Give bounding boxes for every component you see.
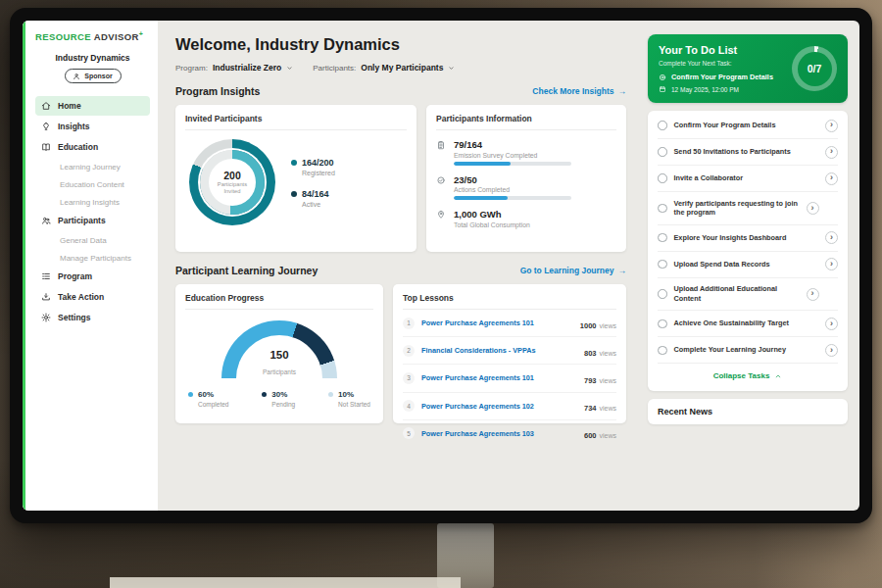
checkbox-icon[interactable] (658, 233, 667, 243)
collapse-label: Collapse Tasks (713, 371, 770, 380)
sponsor-label: Sponsor (84, 73, 112, 79)
legend-item-registered: 164/200 Registered (291, 158, 335, 176)
task-row-confirm-program[interactable]: Confirm Your Program Details › (658, 113, 838, 139)
lesson-rank: 1 (403, 318, 415, 329)
section-title: Program Insights (175, 85, 260, 97)
sidebar-item-settings[interactable]: Settings (35, 308, 150, 327)
sidebar-item-participants[interactable]: Participants (35, 211, 150, 230)
nav-label: Education (58, 142, 98, 152)
todo-subtitle: Complete Your Next Task: (659, 60, 786, 67)
chevron-right-icon[interactable]: › (825, 231, 838, 244)
app-logo: RESOURCE ADVISOR+ (35, 30, 150, 42)
desk-edge (110, 577, 461, 588)
task-row-explore-insights[interactable]: Explore Your Insights Dashboard › (658, 225, 838, 252)
education-gauge-chart: 150 Participants (221, 320, 337, 378)
sidebar-item-learning-insights[interactable]: Learning Insights (35, 193, 150, 211)
checkbox-icon[interactable] (658, 260, 667, 270)
chevron-right-icon[interactable]: › (825, 318, 838, 330)
download-icon (41, 292, 51, 302)
checkbox-icon[interactable] (658, 147, 667, 157)
card-title: Top Lessons (403, 293, 616, 310)
task-row-upload-spend-data[interactable]: Upload Spend Data Records › (658, 252, 838, 278)
not-started-label: Not Started (338, 401, 370, 408)
checkbox-icon[interactable] (658, 289, 667, 299)
filters-bar: Program: Industrialize Zero Participants… (175, 63, 626, 73)
lesson-row: 1 Power Purchase Agreements 101 1000view… (403, 310, 616, 337)
todo-next-task[interactable]: Confirm Your Program Details (659, 73, 786, 81)
list-icon (41, 271, 51, 281)
task-row-achieve-target[interactable]: Achieve One Sustainability Target › (658, 311, 838, 337)
target-icon (659, 74, 666, 81)
lesson-link[interactable]: Power Purchase Agreements 103 (421, 429, 577, 438)
learning-cards-row: Education Progress 150 Participants 60 (175, 284, 626, 423)
chevron-right-icon[interactable]: › (825, 344, 838, 357)
nav-label: Home (58, 101, 81, 111)
active-value: 84/164 (302, 189, 329, 199)
chevron-right-icon[interactable]: › (807, 202, 819, 215)
background-photo: RESOURCE ADVISOR+ Industry Dynamics Spon… (0, 0, 882, 588)
sidebar-nav: Home Insights Education Learning Journey… (35, 96, 150, 327)
emission-progress-fill (454, 162, 511, 166)
checkbox-icon[interactable] (658, 121, 667, 130)
task-row-invite-collaborator[interactable]: Invite a Collaborator › (658, 166, 838, 192)
sidebar-item-take-action[interactable]: Take Action (35, 287, 150, 307)
legend-item-active: 84/164 Active (291, 189, 335, 208)
chevron-right-icon[interactable]: › (825, 120, 838, 132)
lesson-views-label: views (599, 350, 616, 357)
lesson-link[interactable]: Financial Considerations - VPPAs (421, 346, 577, 355)
participants-filter-dropdown[interactable]: Participants: Only My Participants (313, 63, 455, 73)
logo-secondary: ADVISOR (94, 31, 139, 42)
task-row-verify-participants[interactable]: Verify participants requesting to join t… (658, 192, 838, 225)
task-row-upload-educational-content[interactable]: Upload Additional Educational Content › (658, 278, 838, 312)
registered-dot (291, 160, 297, 166)
invited-legend: 164/200 Registered 84/164 Active (291, 158, 335, 208)
participants-information-card: Participants Information 79/164 Emission… (426, 105, 626, 252)
sidebar-item-education-content[interactable]: Education Content (35, 175, 150, 193)
check-more-insights-link[interactable]: Check More Insights → (532, 86, 626, 96)
lesson-row: 2 Financial Considerations - VPPAs 803vi… (403, 337, 616, 365)
checkbox-icon[interactable] (658, 346, 667, 356)
task-label: Verify participants requesting to join t… (674, 199, 800, 219)
sidebar-item-manage-participants[interactable]: Manage Participants (35, 249, 150, 267)
person-icon (73, 73, 80, 80)
sidebar-item-general-data[interactable]: General Data (35, 231, 150, 249)
task-label: Invite a Collaborator (674, 173, 819, 183)
task-row-complete-learning-journey[interactable]: Complete Your Learning Journey › (658, 337, 838, 364)
logo-primary: RESOURCE (35, 31, 91, 42)
lesson-rank: 5 (403, 427, 415, 439)
checkbox-icon[interactable] (658, 173, 667, 183)
legend-item-pending: 30% Pending (262, 390, 295, 408)
education-legend: 60% Completed 30% Pending 10% Not Starte… (185, 390, 373, 408)
education-total-label: Participants (263, 368, 296, 375)
gauge-center: 150 Participants (221, 349, 337, 378)
program-filter-dropdown[interactable]: Program: Industrialize Zero (175, 63, 293, 73)
nav-label: General Data (60, 236, 107, 245)
program-filter-label: Program: (175, 64, 208, 73)
lesson-link[interactable]: Power Purchase Agreements 101 (421, 373, 577, 382)
chevron-right-icon[interactable]: › (825, 172, 838, 185)
top-lessons-card: Top Lessons 1 Power Purchase Agreements … (393, 284, 626, 423)
sidebar-item-home[interactable]: Home (35, 96, 150, 116)
chevron-right-icon[interactable]: › (825, 258, 838, 270)
checkbox-icon[interactable] (658, 204, 667, 214)
task-label: Complete Your Learning Journey (674, 345, 819, 355)
collapse-tasks-button[interactable]: Collapse Tasks (658, 364, 838, 389)
chevron-down-icon (448, 65, 455, 72)
chevron-right-icon[interactable]: › (825, 146, 838, 159)
lesson-link[interactable]: Power Purchase Agreements 102 (421, 402, 577, 411)
lesson-views-value: 734 (584, 404, 597, 413)
checkbox-icon[interactable] (658, 319, 667, 329)
sidebar-item-education[interactable]: Education (35, 137, 150, 157)
sidebar-item-learning-journey[interactable]: Learning Journey (35, 158, 150, 175)
sidebar-item-program[interactable]: Program (35, 267, 150, 286)
lesson-rank: 4 (403, 400, 415, 412)
chevron-right-icon[interactable]: › (807, 288, 819, 301)
task-row-send-invitations[interactable]: Send 50 Invitations to Participants › (658, 139, 838, 166)
lesson-views-label: views (599, 405, 616, 412)
sidebar-item-insights[interactable]: Insights (35, 117, 150, 136)
monitor-bezel: RESOURCE ADVISOR+ Industry Dynamics Spon… (10, 8, 872, 523)
legend-item-completed: 60% Completed (188, 390, 228, 408)
lesson-link[interactable]: Power Purchase Agreements 101 (421, 318, 573, 327)
go-to-learning-journey-link[interactable]: Go to Learning Journey → (520, 266, 626, 275)
nav-label: Insights (58, 122, 90, 131)
